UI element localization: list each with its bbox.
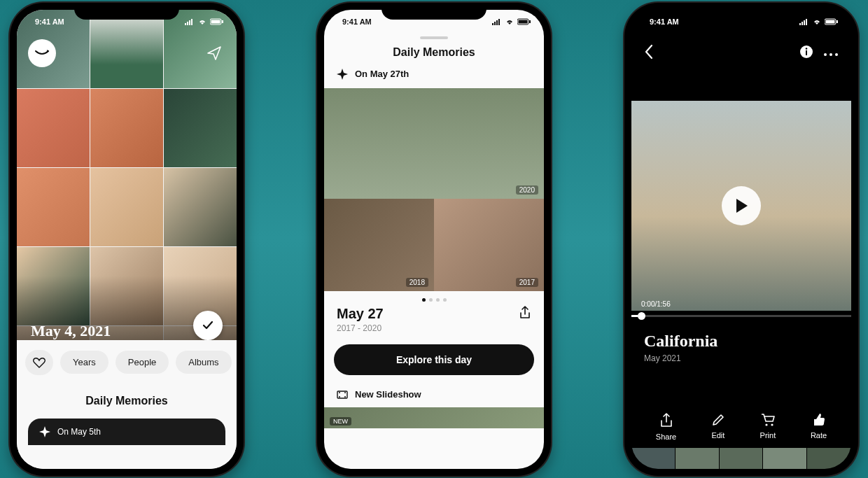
slideshow-preview[interactable]: NEW bbox=[324, 407, 544, 428]
share-memory-button[interactable] bbox=[519, 306, 531, 323]
more-horizontal-icon bbox=[823, 52, 839, 57]
phone-video-detail: 9:41 AM 0:00/ bbox=[624, 3, 858, 476]
screen-gallery: 9:41 AM bbox=[17, 10, 237, 469]
amazon-smile-icon bbox=[34, 49, 50, 57]
memory-thumbnail[interactable]: 2017 bbox=[434, 199, 544, 291]
status-time: 9:41 AM bbox=[650, 17, 679, 26]
back-button[interactable] bbox=[644, 44, 654, 62]
battery-icon bbox=[825, 18, 839, 25]
sparkle-icon bbox=[39, 426, 50, 437]
year-badge: 2020 bbox=[516, 185, 538, 195]
photo-thumbnail[interactable] bbox=[164, 89, 237, 167]
share-icon bbox=[519, 306, 531, 320]
more-button[interactable] bbox=[823, 47, 839, 59]
battery-icon bbox=[210, 18, 224, 25]
svg-rect-9 bbox=[496, 20, 498, 25]
svg-rect-22 bbox=[806, 19, 807, 25]
signal-icon bbox=[492, 18, 502, 25]
info-button[interactable] bbox=[799, 45, 813, 62]
playback-time: 0:00/1:56 bbox=[641, 300, 671, 308]
svg-rect-25 bbox=[826, 20, 835, 23]
svg-point-32 bbox=[765, 423, 767, 426]
years-chip[interactable]: Years bbox=[60, 351, 108, 374]
print-action[interactable]: Print bbox=[760, 413, 776, 441]
play-button[interactable] bbox=[722, 186, 761, 225]
sheet-handle[interactable] bbox=[420, 36, 448, 39]
video-caption: California May 2021 bbox=[644, 332, 718, 363]
wifi-icon bbox=[812, 18, 822, 25]
share-label: Share bbox=[656, 433, 676, 441]
svg-point-30 bbox=[830, 53, 832, 56]
film-icon bbox=[337, 389, 348, 400]
battery-icon bbox=[517, 18, 531, 25]
screen-video-detail: 9:41 AM 0:00/ bbox=[631, 10, 851, 469]
svg-rect-6 bbox=[211, 20, 220, 23]
svg-rect-0 bbox=[185, 23, 186, 25]
chevron-left-icon bbox=[644, 44, 654, 59]
svg-rect-20 bbox=[802, 22, 803, 25]
memory-date: May 27 bbox=[337, 306, 384, 322]
svg-rect-14 bbox=[337, 391, 347, 398]
detail-top-bar bbox=[631, 38, 851, 69]
signal-icon bbox=[185, 18, 195, 25]
paper-plane-icon bbox=[206, 45, 223, 62]
next-memory-card[interactable]: On May 5th bbox=[28, 419, 225, 445]
explore-day-button[interactable]: Explore this day bbox=[334, 344, 534, 375]
select-mode-button[interactable] bbox=[193, 311, 223, 340]
on-date-label: On May 27th bbox=[355, 69, 409, 79]
amazon-logo-button[interactable] bbox=[28, 39, 56, 67]
status-icons bbox=[185, 18, 224, 25]
bottom-sheet: Years People Albums Daily Memories On Ma… bbox=[17, 340, 237, 469]
svg-rect-5 bbox=[222, 20, 223, 23]
info-icon bbox=[799, 45, 813, 59]
status-icons bbox=[799, 18, 839, 25]
svg-rect-8 bbox=[494, 22, 496, 25]
photo-thumbnail[interactable] bbox=[164, 168, 237, 246]
svg-rect-10 bbox=[498, 19, 500, 25]
thumbnail-strip[interactable] bbox=[631, 448, 851, 469]
share-action[interactable]: Share bbox=[656, 413, 676, 441]
svg-point-29 bbox=[824, 53, 827, 56]
video-view[interactable]: 0:00/1:56 bbox=[631, 101, 851, 311]
memory-thumbnail[interactable]: 2018 bbox=[324, 199, 434, 291]
filter-chip-row: Years People Albums bbox=[25, 350, 228, 375]
rate-action[interactable]: Rate bbox=[811, 413, 827, 441]
svg-rect-1 bbox=[187, 22, 188, 25]
wifi-icon bbox=[197, 18, 207, 25]
new-slideshow-label: New Slideshow bbox=[355, 389, 421, 400]
svg-rect-24 bbox=[836, 20, 838, 23]
memory-thumb-row: 2018 2017 bbox=[324, 199, 544, 291]
screen-daily-memories: 9:41 AM Daily Memories On May 27th 2020 … bbox=[324, 10, 544, 469]
svg-rect-19 bbox=[799, 23, 801, 25]
scrubber[interactable] bbox=[631, 315, 851, 317]
new-badge: NEW bbox=[330, 417, 351, 426]
photo-thumbnail[interactable] bbox=[90, 168, 163, 246]
share-button[interactable] bbox=[206, 45, 223, 64]
page-dots[interactable] bbox=[324, 291, 544, 306]
photo-thumbnail[interactable] bbox=[17, 89, 90, 167]
memory-hero-photo[interactable]: 2020 bbox=[324, 88, 544, 199]
current-date-header: May 4, 2021 bbox=[31, 322, 111, 340]
play-icon bbox=[734, 197, 749, 214]
svg-rect-27 bbox=[806, 50, 807, 55]
notch bbox=[689, 3, 794, 20]
edit-action[interactable]: Edit bbox=[711, 413, 725, 441]
svg-rect-2 bbox=[189, 20, 190, 25]
svg-rect-7 bbox=[492, 23, 493, 25]
svg-point-17 bbox=[339, 396, 340, 398]
heart-icon bbox=[33, 357, 46, 368]
favorites-chip[interactable] bbox=[25, 350, 53, 375]
new-slideshow-row[interactable]: New Slideshow bbox=[324, 375, 544, 407]
photo-thumbnail[interactable] bbox=[90, 89, 163, 167]
people-chip[interactable]: People bbox=[115, 351, 169, 374]
phone-daily-memories: 9:41 AM Daily Memories On May 27th 2020 … bbox=[317, 3, 551, 476]
photo-thumbnail[interactable] bbox=[17, 168, 90, 246]
svg-rect-21 bbox=[804, 20, 805, 25]
phone-gallery: 9:41 AM bbox=[10, 3, 244, 476]
share-icon bbox=[659, 413, 673, 428]
on-date-row: On May 27th bbox=[324, 69, 544, 88]
svg-rect-3 bbox=[191, 19, 192, 25]
thumbs-up-icon bbox=[812, 413, 826, 427]
check-icon bbox=[202, 319, 214, 332]
albums-chip[interactable]: Albums bbox=[176, 351, 231, 374]
